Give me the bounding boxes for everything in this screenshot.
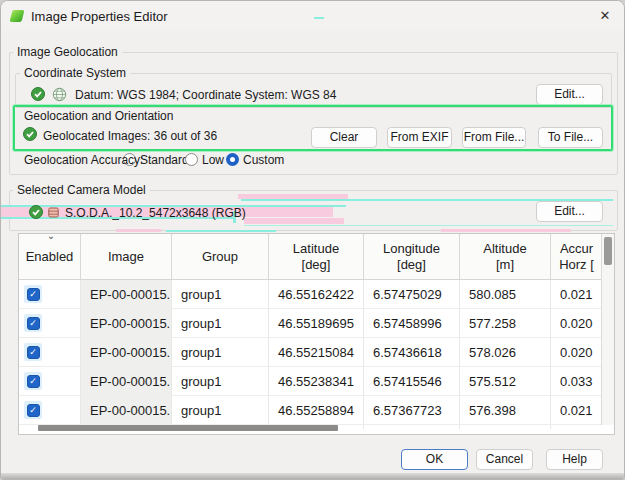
radio-low[interactable] [185, 153, 198, 166]
image-geolocation-group-title: Image Geolocation [13, 45, 122, 59]
radio-custom[interactable] [226, 153, 239, 166]
latitude-cell: 46.55189695 [269, 309, 364, 337]
table-row: EP-00-00015...group146.552588946.5736772… [19, 396, 602, 425]
accuracy-horz-cell: 0.033 [551, 367, 602, 395]
clear-button[interactable]: Clear [311, 127, 377, 148]
group-cell: group1 [172, 309, 269, 337]
success-check-icon [23, 127, 37, 141]
glitch-artifact [314, 17, 324, 19]
glitch-artifact [244, 225, 613, 226]
geolocation-orientation-group-title: Geolocation and Orientation [20, 109, 177, 123]
enabled-cell [19, 396, 81, 424]
camera-model-name: S.O.D.A._10.2_5472x3648 (RGB) [65, 206, 246, 220]
image-cell: EP-00-00015... [81, 396, 172, 424]
enabled-checkbox[interactable] [27, 375, 40, 388]
radio-low-label[interactable]: Low [202, 153, 224, 167]
coordinate-system-group-title: Coordinate System [20, 66, 130, 80]
longitude-cell: 6.57475029 [364, 280, 460, 308]
enabled-cell [19, 338, 81, 366]
glitch-artifact [441, 229, 571, 232]
title-bar: Image Properties Editor ✕ [1, 1, 624, 31]
image-cell: EP-00-00015... [81, 309, 172, 337]
glitch-artifact [166, 230, 276, 232]
app-logo-icon [10, 10, 25, 22]
radio-custom-label[interactable]: Custom [243, 153, 284, 167]
camera-model-edit-button[interactable]: Edit... [536, 201, 603, 222]
enabled-checkbox[interactable] [27, 317, 40, 330]
checkbox-halo [24, 401, 42, 419]
longitude-cell: 6.57436618 [364, 338, 460, 366]
enabled-cell [19, 280, 81, 308]
camera-model-group-title: Selected Camera Model [13, 183, 150, 197]
to-file-button[interactable]: To File... [538, 127, 603, 148]
globe-icon [52, 87, 67, 102]
close-icon[interactable]: ✕ [596, 7, 614, 25]
table-row: EP-00-00015...group146.551896956.5745899… [19, 309, 602, 338]
glitch-artifact [244, 218, 344, 224]
image-cell: EP-00-00015... [81, 367, 172, 395]
enabled-cell [19, 309, 81, 337]
glitch-artifact [116, 229, 161, 232]
enabled-checkbox[interactable] [27, 346, 40, 359]
accuracy-horz-cell: 0.020 [551, 338, 602, 366]
column-header-altitude[interactable]: Altitude[m] [460, 234, 551, 279]
longitude-cell: 6.57458996 [364, 309, 460, 337]
enabled-checkbox[interactable] [27, 404, 40, 417]
latitude-cell: 46.55162422 [269, 280, 364, 308]
image-properties-editor-dialog: Image Properties Editor ✕ Image Geolocat… [0, 0, 625, 480]
accuracy-horz-cell: 0.020 [551, 309, 602, 337]
altitude-cell: 580.085 [460, 280, 551, 308]
camera-icon [48, 207, 59, 218]
table-body: EP-00-00015...group146.551624226.5747502… [19, 280, 602, 425]
accuracy-horz-cell: 0.021 [551, 280, 602, 308]
success-check-icon [29, 205, 43, 219]
ok-button[interactable]: OK [401, 449, 468, 470]
checkbox-halo [24, 285, 42, 303]
radio-standard-label[interactable]: Standard [140, 153, 189, 167]
window-bottom-edge [1, 473, 624, 479]
geolocated-images-status: Geolocated Images: 36 out of 36 [43, 129, 217, 143]
window-title: Image Properties Editor [31, 9, 168, 24]
success-check-icon [31, 87, 45, 101]
altitude-cell: 576.398 [460, 396, 551, 424]
latitude-cell: 46.55215084 [269, 338, 364, 366]
checkbox-halo [24, 372, 42, 390]
table-row: EP-00-00015...group146.552150846.5743661… [19, 338, 602, 367]
group-cell: group1 [172, 396, 269, 424]
coordinate-system-edit-button[interactable]: Edit... [536, 84, 603, 105]
checkbox-halo [24, 343, 42, 361]
image-cell: EP-00-00015... [81, 280, 172, 308]
group-cell: group1 [172, 280, 269, 308]
column-header-latitude[interactable]: Latitude[deg] [269, 234, 364, 279]
from-file-button[interactable]: From File... [462, 127, 526, 148]
horizontal-scrollbar-thumb[interactable] [38, 425, 338, 431]
enabled-checkbox[interactable] [27, 288, 40, 301]
checkbox-halo [24, 314, 42, 332]
column-header-image[interactable]: Image [81, 234, 172, 279]
vertical-scrollbar[interactable] [601, 234, 614, 425]
coordinate-system-summary: Datum: WGS 1984; Coordinate System: WGS … [75, 88, 336, 102]
image-cell: EP-00-00015... [81, 338, 172, 366]
geolocation-accuracy-label: Geolocation Accuracy: [24, 153, 143, 167]
enabled-cell [19, 367, 81, 395]
table-header: Enabled Image Group Latitude[deg] Longit… [19, 234, 602, 280]
vertical-scrollbar-thumb[interactable] [604, 237, 612, 265]
table-row: EP-00-00015...group146.551624226.5747502… [19, 280, 602, 309]
accuracy-horz-cell: 0.021 [551, 396, 602, 424]
altitude-cell: 575.512 [460, 367, 551, 395]
altitude-cell: 578.026 [460, 338, 551, 366]
help-button[interactable]: Help [546, 449, 603, 470]
table-row: EP-00-00015...group146.552383416.5741554… [19, 367, 602, 396]
latitude-cell: 46.55258894 [269, 396, 364, 424]
column-header-longitude[interactable]: Longitude[deg] [364, 234, 460, 279]
latitude-cell: 46.55238341 [269, 367, 364, 395]
column-header-accuracy-horz[interactable]: AccurHorz [ [551, 234, 602, 279]
cancel-button[interactable]: Cancel [476, 449, 533, 470]
altitude-cell: 577.258 [460, 309, 551, 337]
from-exif-button[interactable]: From EXIF [387, 127, 452, 148]
group-cell: group1 [172, 338, 269, 366]
sort-indicator-icon[interactable]: ⌄ [43, 230, 59, 241]
column-header-group[interactable]: Group [172, 234, 269, 279]
images-table: ⌄ Enabled Image Group Latitude[deg] Long… [18, 233, 615, 435]
longitude-cell: 6.57367723 [364, 396, 460, 424]
